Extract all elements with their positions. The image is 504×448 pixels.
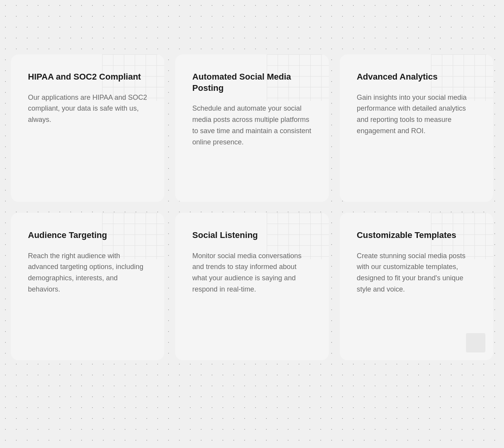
card-description-advanced-analytics: Gain insights into your social media per… xyxy=(357,92,476,137)
feature-card-social-listening: Social ListeningMonitor social media con… xyxy=(175,213,328,360)
card-description-customizable-templates: Create stunning social media posts with … xyxy=(357,250,476,295)
card-title-social-listening: Social Listening xyxy=(192,230,311,241)
card-description-social-media-posting: Schedule and automate your social media … xyxy=(192,103,311,148)
card-title-advanced-analytics: Advanced Analytics xyxy=(357,71,476,83)
card-title-social-media-posting: Automated Social Media Posting xyxy=(192,71,311,94)
card-title-audience-targeting: Audience Targeting xyxy=(28,230,147,241)
feature-card-advanced-analytics: Advanced AnalyticsGain insights into you… xyxy=(340,54,493,202)
feature-card-social-media-posting: Automated Social Media PostingSchedule a… xyxy=(175,54,328,202)
feature-card-hipaa: HIPAA and SOC2 CompliantOur applications… xyxy=(11,54,164,202)
card-description-audience-targeting: Reach the right audience with advanced t… xyxy=(28,250,147,295)
card-description-hipaa: Our applications are HIPAA and SOC2 comp… xyxy=(28,92,147,125)
card-title-customizable-templates: Customizable Templates xyxy=(357,230,476,241)
feature-card-audience-targeting: Audience TargetingReach the right audien… xyxy=(11,213,164,360)
features-grid: HIPAA and SOC2 CompliantOur applications… xyxy=(0,0,504,391)
card-description-social-listening: Monitor social media conversations and t… xyxy=(192,250,311,295)
card-title-hipaa: HIPAA and SOC2 Compliant xyxy=(28,71,147,83)
feature-card-customizable-templates: Customizable TemplatesCreate stunning so… xyxy=(340,213,493,360)
card-decoration xyxy=(466,333,485,352)
